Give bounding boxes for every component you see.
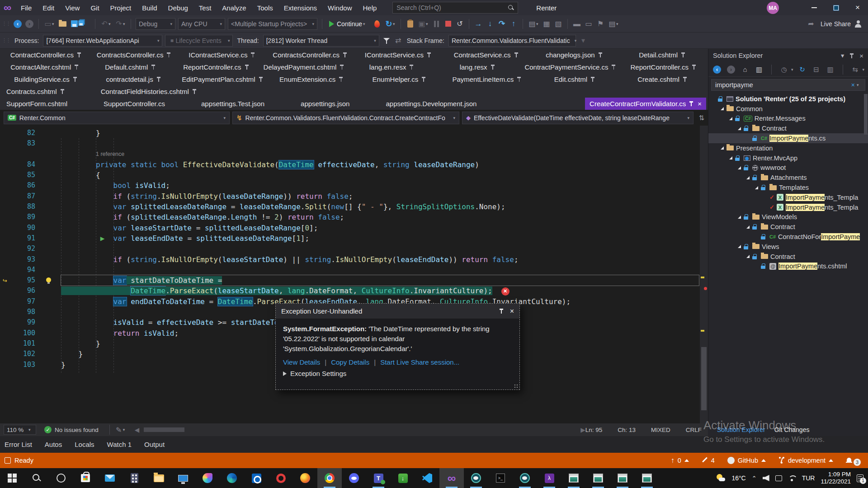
pin-icon[interactable] <box>74 64 79 70</box>
toolbar-drag-handle[interactable]: ⋮⋮ <box>2 38 10 43</box>
eol-indicator[interactable]: CRLF <box>686 427 702 433</box>
show-next-statement-icon[interactable]: → <box>472 18 484 30</box>
account-avatar[interactable]: MA <box>767 2 779 14</box>
firefox-icon[interactable] <box>293 468 317 488</box>
pin-icon[interactable] <box>421 76 426 82</box>
reference-count[interactable]: 1 reference <box>96 149 124 160</box>
panel-tab-autos[interactable]: Autos <box>45 441 62 448</box>
line-number[interactable]: 82 <box>0 128 42 138</box>
error-icon[interactable]: ✕ <box>501 287 509 296</box>
file-tab[interactable]: Detail.cshtml <box>618 49 706 61</box>
tree-item[interactable]: Views <box>708 242 868 252</box>
line-number[interactable]: 102 <box>0 349 42 359</box>
view-details-link[interactable]: View Details <box>283 358 320 366</box>
live-share-button[interactable]: ➦ Live Share <box>805 18 862 30</box>
line-number[interactable]: 90 <box>0 223 42 233</box>
line-number[interactable]: 91 <box>0 233 42 244</box>
menu-extensions[interactable]: Extensions <box>279 1 322 14</box>
pin-icon[interactable] <box>343 52 347 58</box>
visual-studio-icon[interactable]: ∞ <box>439 468 464 488</box>
tree-item[interactable]: Solution 'Renter' (25 of 25 projects) <box>708 94 868 104</box>
copy-details-link[interactable]: Copy Details <box>331 358 369 366</box>
uncomment-icon[interactable]: ▭ <box>583 18 594 30</box>
code-line[interactable]: 86 bool isValid; <box>0 180 700 191</box>
code-line[interactable]: 96 DateTime.ParseExact(leaseStartDate, l… <box>0 286 700 296</box>
expander-icon[interactable] <box>738 127 741 130</box>
code-text[interactable]: var startDateToDateTime = <box>61 275 699 286</box>
branch-button[interactable]: development <box>778 457 833 464</box>
se-back-icon[interactable]: ‹ <box>712 65 722 75</box>
idm-icon[interactable]: ↓ <box>391 468 415 488</box>
lifecycle-events-dropdown[interactable]: ■Lifecycle Events▾ <box>165 35 233 47</box>
tree-item[interactable]: Contract <box>708 252 868 262</box>
pin-icon[interactable] <box>166 52 171 58</box>
indent-indicator[interactable]: MIXED <box>651 427 670 433</box>
tree-item[interactable]: C#Renter.Messages <box>708 114 868 124</box>
toolbar-options-icon[interactable]: ▾ <box>577 35 589 47</box>
maximize-button[interactable] <box>826 0 846 15</box>
tree-item[interactable]: wwwroot <box>708 163 868 173</box>
code-line[interactable]: 83 <box>0 138 700 149</box>
tree-item[interactable]: Renter.MvcApp <box>708 153 868 163</box>
file-tab[interactable]: ContractAlter.cshtml <box>2 61 88 73</box>
line-number[interactable]: 85 <box>0 170 42 180</box>
taskbar-search-icon[interactable] <box>24 468 49 488</box>
scrollbar-thumb[interactable] <box>701 347 707 410</box>
pause-icon[interactable] <box>430 18 442 30</box>
line-number[interactable]: 98 <box>0 307 42 317</box>
code-reference-row[interactable]: 1 reference <box>0 149 700 160</box>
line-number[interactable]: 84 <box>0 160 42 170</box>
menu-file[interactable]: File <box>16 1 37 14</box>
switch-views-icon[interactable]: ▥ <box>754 65 764 75</box>
tree-item[interactable]: ViewModels <box>708 212 868 222</box>
line-number[interactable]: 97 <box>0 296 42 307</box>
file-tab[interactable]: PaymentLineItem.cs <box>443 73 531 85</box>
mail-icon[interactable] <box>98 468 122 488</box>
pgadmin-icon[interactable] <box>464 468 488 488</box>
bookmark-icon[interactable]: ⚑ <box>594 18 606 30</box>
line-number[interactable]: 100 <box>0 328 42 338</box>
file-tab[interactable]: contractdetail.js <box>90 73 177 85</box>
filter-icon[interactable] <box>381 35 392 47</box>
paint-3d-icon[interactable] <box>195 468 220 488</box>
code-text[interactable]: private static bool EffectiveDateValidat… <box>61 160 699 170</box>
chrome-icon[interactable] <box>317 468 342 488</box>
menu-window[interactable]: Window <box>323 1 357 14</box>
file-tab[interactable]: appsettings.Test.json <box>197 98 269 110</box>
project-dropdown[interactable]: C# Renter.Common▾ <box>4 112 230 124</box>
pin-icon[interactable] <box>692 64 696 70</box>
zoom-dropdown[interactable]: 110 %▾ <box>4 425 36 435</box>
tree-item[interactable]: ✓XImportPayments_Templa <box>708 192 868 202</box>
continue-button[interactable]: Continue▾ <box>326 18 371 30</box>
expander-icon[interactable] <box>746 225 750 229</box>
pin-icon[interactable] <box>681 52 685 58</box>
code-text[interactable]: if (string.IsNullOrEmpty(leaseStartDate)… <box>61 254 699 265</box>
pin-icon[interactable] <box>245 64 249 70</box>
code-line[interactable]: 90 var leaseStartDate = splittedLeaseDat… <box>0 223 700 233</box>
navigate-forward-icon[interactable]: › <box>24 18 35 30</box>
line-number[interactable]: 88 <box>0 202 42 212</box>
expander-icon[interactable] <box>746 255 750 258</box>
file-tab[interactable]: EnumExtension.cs <box>268 73 355 85</box>
code-text[interactable]: DateTime.ParseExact(leaseStartDate, lang… <box>61 286 699 296</box>
file-tab[interactable]: changelogs.json <box>530 49 618 61</box>
panel-tab-error-list[interactable]: Error List <box>5 441 32 448</box>
code-line[interactable]: ↪95 var startDateToDateTime = <box>0 275 700 286</box>
expander-icon[interactable] <box>721 146 724 150</box>
action-center-icon[interactable]: 1 <box>857 474 863 482</box>
file-explorer-icon[interactable] <box>146 468 171 488</box>
process-dropdown[interactable]: [7664] Renter.WebApplicationApi▾ <box>43 35 162 47</box>
expander-icon[interactable] <box>755 186 758 189</box>
pin-icon[interactable] <box>491 64 495 70</box>
file-tab[interactable]: SupportForm.cshtml <box>2 98 72 110</box>
comment-icon[interactable]: ▬ <box>571 18 583 30</box>
pending-edits-button[interactable]: 4 <box>702 457 715 464</box>
code-line[interactable]: 85 { <box>0 170 700 180</box>
member-dropdown[interactable]: ◆ EffectiveDateValidate(DateTime effecti… <box>462 112 693 124</box>
keyboard-language[interactable]: TUR <box>802 474 815 482</box>
expander-icon[interactable] <box>721 107 724 110</box>
expander-icon[interactable] <box>746 176 750 179</box>
line-number[interactable]: 87 <box>0 191 42 202</box>
type-dropdown[interactable]: ↯ Renter.Common.Validators.FluentValidat… <box>232 112 459 124</box>
file-tab[interactable]: IContractService.cs <box>178 49 266 61</box>
